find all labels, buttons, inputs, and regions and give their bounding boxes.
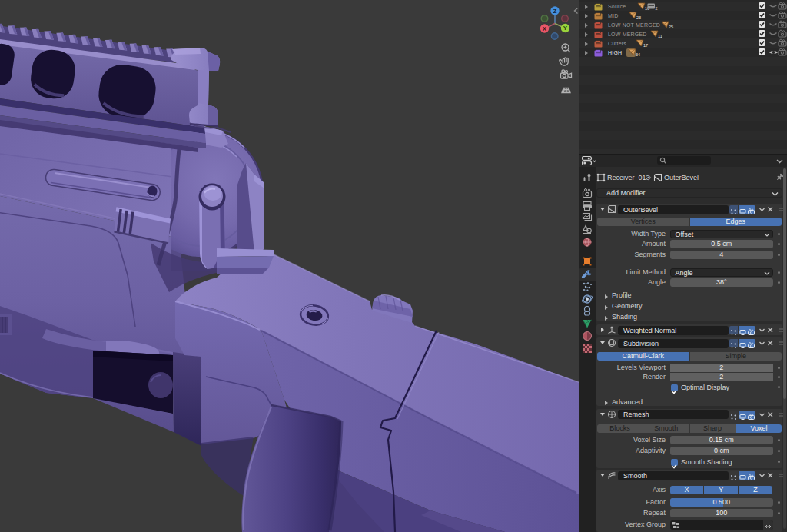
- svg-text:11: 11: [658, 34, 662, 38]
- svg-text:34: 34: [636, 52, 640, 57]
- svg-text:Y: Y: [563, 25, 568, 32]
- svg-text:23: 23: [636, 15, 641, 20]
- svg-text:25: 25: [669, 25, 673, 29]
- svg-text:2: 2: [656, 6, 658, 11]
- svg-text:17: 17: [643, 43, 648, 48]
- svg-text:Z: Z: [553, 8, 557, 15]
- svg-text:X: X: [543, 25, 547, 32]
